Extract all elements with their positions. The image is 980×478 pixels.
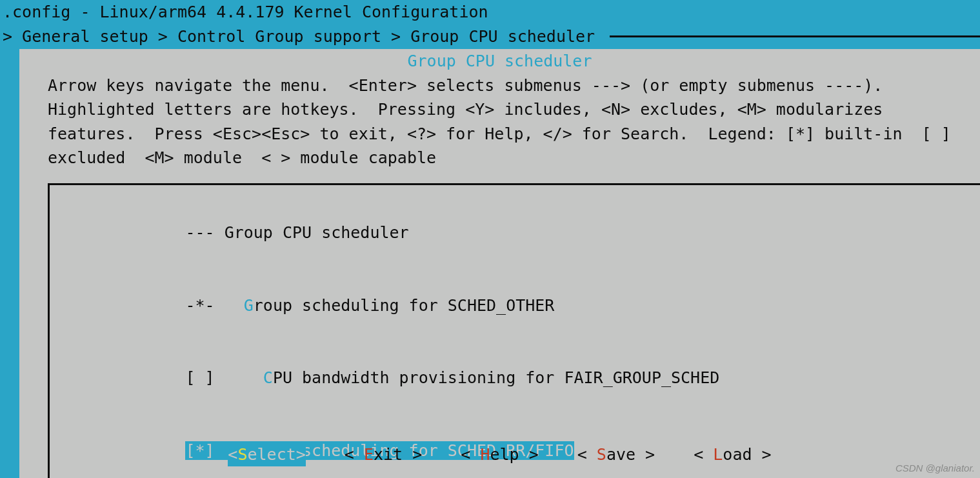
button-hotkey: H [480, 445, 490, 464]
button-label: xit [374, 445, 412, 464]
button-close: > [762, 445, 772, 464]
menu-list-frame: --- Group CPU scheduler -*- Group schedu… [48, 183, 980, 479]
button-open: < [577, 445, 597, 464]
watermark: CSDN @glaniator. [895, 461, 975, 476]
panel: Group CPU scheduler Arrow keys navigate … [19, 49, 980, 478]
button-hotkey: S [237, 445, 247, 464]
button-bar: <Select> < Exit > < Help > < Save > < Lo… [19, 443, 980, 467]
exit-button[interactable]: < Exit > [345, 443, 422, 467]
menu-item-label: Group CPU scheduler [225, 223, 409, 242]
breadcrumb-rule [610, 35, 980, 37]
button-hotkey: L [713, 445, 723, 464]
help-button[interactable]: < Help > [461, 443, 538, 467]
breadcrumb-text: > General setup > Control Group support … [3, 25, 605, 49]
section-title: Group CPU scheduler [19, 49, 980, 74]
instructions-text: Arrow keys navigate the menu. <Enter> se… [19, 74, 980, 170]
button-close: > [529, 445, 539, 464]
menu-item-prefix: -*- [185, 296, 243, 315]
load-button[interactable]: < Load > [694, 443, 771, 467]
button-open: < [345, 445, 364, 464]
button-open: < [694, 445, 713, 464]
menuconfig-window: .config - Linux/arm64 4.4.179 Kernel Con… [0, 0, 980, 478]
menu-item-hotkey: G [244, 296, 254, 315]
menu-item-sched-other[interactable]: -*- Group scheduling for SCHED_OTHER [50, 269, 980, 342]
save-button[interactable]: < Save > [577, 443, 655, 467]
breadcrumb: > General setup > Control Group support … [0, 25, 980, 49]
button-close: > [296, 445, 306, 464]
menu-item-cpu-bandwidth[interactable]: [ ] CPU bandwidth provisioning for FAIR_… [50, 342, 980, 415]
button-hotkey: E [364, 445, 374, 464]
select-button[interactable]: <Select> [228, 443, 305, 467]
menu-item-label: roup scheduling for SCHED_OTHER [254, 296, 555, 315]
button-open: < [461, 445, 480, 464]
menu-item-label: PU bandwidth provisioning for FAIR_GROUP… [273, 368, 719, 387]
button-label: ave [606, 445, 645, 464]
menu-item-group-cpu-scheduler[interactable]: --- Group CPU scheduler [50, 197, 980, 270]
window-title: .config - Linux/arm64 4.4.179 Kernel Con… [0, 0, 980, 25]
button-label: elect [247, 445, 295, 464]
button-close: > [645, 445, 655, 464]
button-hotkey: S [597, 445, 606, 464]
menu-item-prefix: [ ] [185, 368, 263, 387]
button-close: > [412, 445, 422, 464]
button-label: elp [490, 445, 528, 464]
menu-item-hotkey: C [263, 368, 273, 387]
menu-item-prefix: --- [185, 223, 224, 242]
button-open: < [228, 445, 237, 464]
button-label: oad [723, 445, 761, 464]
